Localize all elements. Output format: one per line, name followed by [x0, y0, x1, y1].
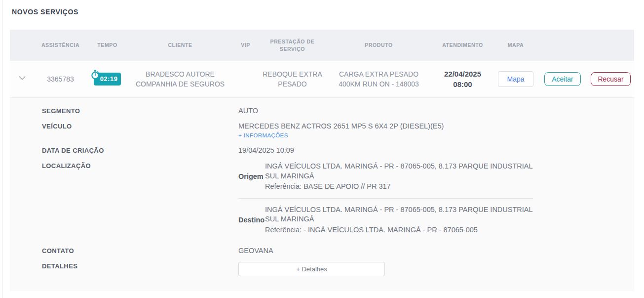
map-button[interactable]: Mapa [498, 71, 533, 87]
header-cliente: CLIENTE [128, 42, 232, 49]
contato-row: CONTATO GEOVANA [42, 247, 634, 255]
header-prestacao-de-servico: PRESTAÇÃO DE SERVIÇO [259, 38, 326, 53]
veiculo-value: MERCEDES BENZ ACTROS 2651 MP5 S 6X4 2P (… [238, 122, 444, 130]
detalhes-row: DETALHES + Detalhes [42, 262, 634, 276]
header-mapa: MAPA [493, 42, 538, 49]
cliente-line1: BRADESCO AUTORE [130, 69, 230, 79]
accept-button[interactable]: Aceitar [544, 72, 581, 86]
veiculo-value-block: MERCEDES BENZ ACTROS 2651 MP5 S 6X4 2P (… [238, 122, 444, 139]
mapa-cell: Mapa [493, 71, 538, 87]
produto-line2: 400KM RUN ON - 148003 [328, 79, 430, 89]
contato-value: GEOVANA [238, 247, 273, 255]
produto-cell: CARGA EXTRA PESADO 400KM RUN ON - 148003 [326, 69, 432, 89]
origem-block: Origem INGÁ VEÍCULOS LTDA. MARINGÁ - PR … [238, 162, 534, 192]
origem-referencia: Referência: BASE DE APOIO // PR 317 [265, 182, 534, 192]
table-header-row: ASSISTÊNCIA TEMPO CLIENTE VIP PRESTAÇÃO … [10, 30, 634, 61]
atendimento-time: 08:00 [434, 79, 492, 89]
expanded-details-panel: SEGMENTO AUTO VEÍCULO MERCEDES BENZ ACTR… [10, 98, 634, 291]
more-info-link[interactable]: + INFORMAÇÕES [238, 132, 288, 138]
new-services-page: NOVOS SERVIÇOS ASSISTÊNCIA TEMPO CLIENTE… [0, 0, 644, 298]
origem-address: INGÁ VEÍCULOS LTDA. MARINGÁ - PR - 87065… [265, 162, 534, 181]
page-title: NOVOS SERVIÇOS [10, 0, 634, 30]
data-criacao-row: DATA DE CRIAÇÃO 19/04/2025 10:09 [42, 146, 634, 154]
localizacao-label: LOCALIZAÇÃO [42, 162, 238, 235]
destino-label: Destino [238, 216, 265, 224]
data-criacao-value: 19/04/2025 10:09 [238, 146, 294, 154]
prestacao-line2: PESADO [261, 79, 324, 89]
decline-button[interactable]: Recusar [591, 72, 630, 86]
destino-referencia: Referência: - INGÁ VEÍCULOS LTDA. MARING… [265, 225, 534, 235]
cliente-cell: BRADESCO AUTORE COMPANHIA DE SEGUROS [128, 69, 232, 89]
destino-block: Destino INGÁ VEÍCULOS LTDA. MARINGÁ - PR… [238, 205, 534, 235]
service-row: 3365783 02:19 BRADESCO AUTORE COMPANHIA … [10, 61, 634, 98]
row-expander-cell [10, 73, 35, 86]
timer-badge: 02:19 [94, 73, 121, 85]
origem-label: Origem [238, 172, 265, 180]
contato-label: CONTATO [42, 247, 238, 255]
cliente-line2: COMPANHIA DE SEGUROS [130, 79, 230, 89]
location-divider [238, 198, 533, 199]
localizacao-block: Origem INGÁ VEÍCULOS LTDA. MARINGÁ - PR … [238, 162, 534, 235]
stopwatch-icon [90, 70, 100, 80]
origem-text: INGÁ VEÍCULOS LTDA. MARINGÁ - PR - 87065… [265, 162, 534, 192]
timer-value: 02:19 [100, 75, 118, 83]
tempo-cell: 02:19 [86, 73, 128, 85]
segmento-row: SEGMENTO AUTO [42, 107, 634, 115]
header-vip: VIP [232, 42, 259, 49]
detalhes-label: DETALHES [42, 262, 238, 276]
atendimento-cell: 22/04/2025 08:00 [432, 69, 493, 89]
data-criacao-label: DATA DE CRIAÇÃO [42, 146, 238, 154]
content-area: NOVOS SERVIÇOS ASSISTÊNCIA TEMPO CLIENTE… [10, 0, 634, 291]
header-produto: PRODUTO [326, 42, 432, 49]
decline-cell: Recusar [587, 72, 634, 86]
veiculo-row: VEÍCULO MERCEDES BENZ ACTROS 2651 MP5 S … [42, 122, 634, 139]
header-tempo: TEMPO [86, 42, 128, 49]
atendimento-date: 22/04/2025 [434, 69, 492, 79]
accept-cell: Aceitar [538, 72, 587, 86]
detalhes-value-block: + Detalhes [238, 262, 385, 276]
prestacao-line1: REBOQUE EXTRA [261, 69, 324, 79]
details-expand-button[interactable]: + Detalhes [238, 262, 385, 276]
assistencia-number: 3365783 [35, 74, 86, 84]
segmento-label: SEGMENTO [42, 107, 238, 115]
prestacao-cell: REBOQUE EXTRA PESADO [259, 69, 326, 89]
header-atendimento: ATENDIMENTO [432, 42, 493, 49]
localizacao-row: LOCALIZAÇÃO Origem INGÁ VEÍCULOS LTDA. M… [42, 162, 634, 235]
segmento-value: AUTO [238, 107, 258, 115]
produto-line1: CARGA EXTRA PESADO [328, 69, 430, 79]
header-assistencia: ASSISTÊNCIA [35, 42, 86, 49]
destino-address: INGÁ VEÍCULOS LTDA. MARINGÁ - PR - 87065… [265, 205, 534, 224]
left-rail-divider [2, 0, 2, 298]
destino-text: INGÁ VEÍCULOS LTDA. MARINGÁ - PR - 87065… [265, 205, 534, 235]
veiculo-label: VEÍCULO [42, 122, 238, 139]
chevron-down-icon[interactable] [17, 73, 28, 86]
